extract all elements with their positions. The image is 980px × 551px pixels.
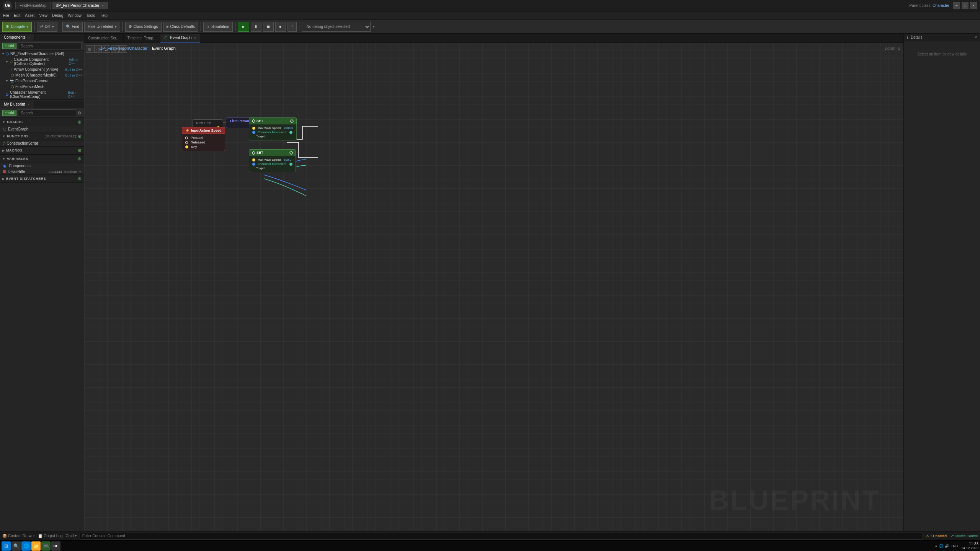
pin-pressed: Pressed xyxy=(185,135,222,140)
class-settings-button[interactable]: ⚙ Class Settings xyxy=(125,22,162,32)
simulation-button[interactable]: ▷ Simulation xyxy=(203,22,233,32)
diff-button[interactable]: ⇄ Diff ▾ xyxy=(37,22,57,32)
section-macros[interactable]: ▶ MACROS ⊕ xyxy=(0,146,84,155)
tab-components[interactable]: Components × xyxy=(0,34,34,41)
output-log-button[interactable]: 📋 Output Log xyxy=(38,534,62,538)
add-blueprint-button[interactable]: + Add xyxy=(2,110,16,116)
tab-close-icon[interactable]: × xyxy=(28,103,29,106)
taskbar-ue-icon[interactable]: UE xyxy=(51,541,60,551)
menu-asset[interactable]: Asset xyxy=(25,13,34,18)
add-component-button[interactable]: + Add xyxy=(2,43,16,49)
sys-tray: ∧ 🌐 🔊 ENG xyxy=(935,544,958,548)
tree-item-capsule[interactable]: ▼ ⊙ Capsule Component (CollisionCylinder… xyxy=(0,57,84,67)
taskbar-game-icon[interactable]: 🎮 xyxy=(41,541,51,551)
add-macro-icon[interactable]: ⊕ xyxy=(78,148,82,153)
section-functions[interactable]: ▼ FUNCTIONS (34 OVERRIDABLE) ⊕ xyxy=(0,132,84,140)
titlebar: UE FirstPersonMap BP_FirstPersonCharacte… xyxy=(0,0,980,11)
cmd-button[interactable]: Cmd ▾ xyxy=(66,534,77,538)
minimize-button[interactable]: − xyxy=(953,2,960,9)
nav-grid-button[interactable]: ⊞ xyxy=(86,45,93,53)
tree-item-fp-mesh[interactable]: ⬡ FirstPersonMesh xyxy=(0,84,84,90)
taskbar: ⊞ 🔍 🌐 📁 🎮 UE ∧ 🌐 🔊 ENG 11:33 14.12.2022 xyxy=(0,540,980,551)
variable-item-components[interactable]: ◉ Components xyxy=(0,163,84,169)
compile-button[interactable]: ⚙ Compile ▾ xyxy=(2,22,32,32)
add-variable-icon[interactable]: ⊕ xyxy=(78,156,82,161)
stop-button[interactable]: ⏹ xyxy=(263,22,274,32)
tree-item-arrow[interactable]: ↑ Arrow Component (Arrow) Edit in C++ xyxy=(0,67,84,72)
step-button[interactable]: ⏭ xyxy=(275,22,286,32)
taskbar-folder-icon[interactable]: 📁 xyxy=(31,541,41,551)
edit-link[interactable]: Edit in C++ xyxy=(65,73,82,77)
taskbar-start-button[interactable]: ⊞ xyxy=(2,541,11,551)
section-dispatchers[interactable]: ▶ EVENT DISPATCHERS ⊕ xyxy=(0,174,84,183)
section-variables[interactable]: ▼ VARIABLES ⊕ xyxy=(0,155,84,163)
add-function-icon[interactable]: ⊕ xyxy=(78,134,82,139)
add-dispatcher-icon[interactable]: ⊕ xyxy=(78,176,82,181)
edit-link[interactable]: Edit in C++ xyxy=(69,58,82,65)
variable-item-bhasrifle[interactable]: bHasRifle #aa4444 Boolean ▾ xyxy=(0,169,84,174)
tree-item-root[interactable]: ▼ ⬡ BP_FirstPersonCharacter (Self) xyxy=(0,51,84,57)
exec-out-icon xyxy=(290,119,294,123)
my-blueprint-header: + Add ⚙ xyxy=(0,108,84,118)
pin-target-bottom: Target xyxy=(252,166,292,170)
tray-arrow-icon[interactable]: ∧ xyxy=(935,544,938,548)
center-panel: Construction Scr... Timeline_Temp... ⬡ E… xyxy=(84,34,903,531)
tab-bp-firstpersoncharacter[interactable]: BP_FirstPersonCharacter × xyxy=(52,2,108,9)
menu-tools[interactable]: Tools xyxy=(86,13,95,18)
blueprint-canvas[interactable]: ⊞ ◁ ▷ ⊡ ⊟ BP_FirstPersonCharacter › Even… xyxy=(84,43,903,531)
class-defaults-button[interactable]: ≡ Class Defaults xyxy=(163,22,198,32)
edit-link[interactable]: Edit in C++ xyxy=(68,91,82,98)
tab-close-icon[interactable]: × xyxy=(28,36,30,39)
find-button[interactable]: 🔍 Find xyxy=(62,22,83,32)
tab-event-graph[interactable]: ⬡ Event Graph × xyxy=(160,34,200,42)
tab-firstpersonmap[interactable]: FirstPersonMap xyxy=(15,2,51,9)
menu-help[interactable]: Help xyxy=(100,13,108,18)
pin-max-walk-speed-bottom: Max Walk Speed 600.0 xyxy=(252,158,292,162)
node-set-bottom[interactable]: SET Max Walk Speed 600.0 Character Movem… xyxy=(249,149,296,172)
function-item-construction[interactable]: ƒ ConstructionScript xyxy=(0,140,84,146)
console-input[interactable] xyxy=(80,533,923,540)
input-action-icon: ⚡ xyxy=(185,129,189,132)
hide-unrelated-button[interactable]: Hide Unrelated ▾ xyxy=(84,22,120,32)
add-graph-icon[interactable]: ⊕ xyxy=(78,119,82,125)
pause-button[interactable]: ⏸ xyxy=(251,22,261,32)
debug-object-select[interactable]: No debug object selected xyxy=(302,22,371,32)
tab-my-blueprint[interactable]: My Blueprint × xyxy=(0,101,34,108)
graph-item-eventgraph[interactable]: ⬡ EventGraph xyxy=(0,126,84,132)
tree-item-mesh[interactable]: ⬡ Mesh (CharacterMesh0) Edit in C++ xyxy=(0,72,84,78)
menu-debug[interactable]: Debug xyxy=(52,13,63,18)
menu-view[interactable]: View xyxy=(39,13,47,18)
breadcrumb-bp[interactable]: BP_FirstPersonCharacter xyxy=(100,46,147,51)
compile-icon: ⚙ xyxy=(6,24,9,29)
tab-close-icon[interactable]: × xyxy=(194,36,196,40)
tab-construction-script[interactable]: Construction Scr... xyxy=(84,34,124,42)
exec-in-icon xyxy=(252,119,256,123)
close-button[interactable]: × xyxy=(970,2,977,9)
component-var-icon: ◉ xyxy=(3,164,7,168)
taskbar-browser-icon[interactable]: 🌐 xyxy=(21,541,31,551)
blueprint-settings-icon[interactable]: ⚙ xyxy=(78,111,82,116)
play-button[interactable]: ▶ xyxy=(238,22,249,32)
tree-item-char-movement[interactable]: ⚙ Character Movement (CharMoveComp) Edit… xyxy=(0,90,84,99)
content-drawer-button[interactable]: 📦 Content Drawer xyxy=(2,534,35,538)
node-input-action-speed[interactable]: ⚡ InputAction Speed Pressed Released Key xyxy=(182,127,225,151)
taskbar-search-button[interactable]: 🔍 xyxy=(11,541,21,551)
maximize-button[interactable]: □ xyxy=(962,2,969,9)
menu-edit[interactable]: Edit xyxy=(14,13,20,18)
more-options-button[interactable]: ⋮ xyxy=(287,22,297,32)
menu-window[interactable]: Window xyxy=(68,13,82,18)
node-label: SET xyxy=(256,119,289,123)
components-header: + Add xyxy=(0,41,84,51)
node-set-top[interactable]: SET Max Walk Speed 2000.0 Character Move… xyxy=(249,117,297,140)
source-control-badge[interactable]: ⎇ Source Control xyxy=(950,534,978,538)
tab-close-icon[interactable]: × xyxy=(102,4,104,8)
edit-link[interactable]: Edit in C++ xyxy=(65,68,82,72)
section-graphs[interactable]: ▼ GRAPHS ⊕ xyxy=(0,118,84,126)
tree-item-camera[interactable]: ▼ 📷 FirstPersonCamera xyxy=(0,78,84,84)
details-close-icon[interactable]: × xyxy=(975,35,977,39)
exec-in-icon xyxy=(252,151,256,155)
menu-file[interactable]: File xyxy=(3,13,9,18)
blueprint-search-input[interactable] xyxy=(18,109,76,116)
tab-timeline-temp[interactable]: Timeline_Temp... xyxy=(124,34,161,42)
components-search-input[interactable] xyxy=(18,42,82,49)
